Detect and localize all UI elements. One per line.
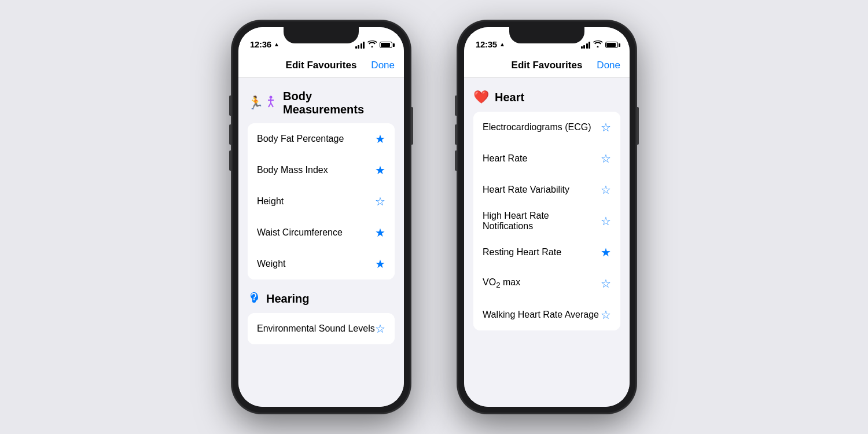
- status-icons-right: [581, 41, 619, 49]
- item-label: High Heart Rate Notifications: [483, 211, 601, 231]
- bar4: [363, 42, 365, 49]
- signal-right: [581, 42, 591, 49]
- bar2: [358, 45, 359, 49]
- list-item: Heart Rate ☆: [473, 143, 620, 174]
- item-label: Heart Rate Variability: [483, 185, 569, 195]
- body-measurements-list: Body Fat Percentage ★ Body Mass Index ★ …: [248, 123, 395, 279]
- list-item: Heart Rate Variability ☆: [473, 174, 620, 205]
- battery-fill-right: [606, 43, 616, 47]
- bar1: [581, 46, 583, 49]
- item-label: Environmental Sound Levels: [257, 323, 375, 334]
- bar3: [586, 43, 588, 49]
- section-hearing-header: Hearing: [238, 279, 404, 313]
- item-label: Body Mass Index: [257, 165, 328, 175]
- star-icon-env-sound[interactable]: ☆: [375, 322, 385, 336]
- item-label: Body Fat Percentage: [257, 134, 344, 144]
- nav-title-right: Edit Favourites: [512, 60, 583, 71]
- done-button-right[interactable]: Done: [597, 60, 620, 71]
- list-item: VO2 max ☆: [473, 268, 620, 299]
- bar4: [589, 42, 590, 49]
- body-measurements-icon: 🏃: [248, 95, 263, 111]
- wifi-icon-left: [367, 41, 377, 49]
- list-item: Body Mass Index ★: [248, 155, 395, 186]
- list-item: Walking Heart Rate Average ☆: [473, 299, 620, 330]
- heart-icon: ❤️: [473, 90, 489, 105]
- star-icon-ecg[interactable]: ☆: [601, 120, 611, 134]
- list-item: Waist Circumference ★: [248, 217, 395, 248]
- item-label: Resting Heart Rate: [483, 247, 561, 258]
- scroll-content-right: ❤️ Heart Electrocardiograms (ECG) ☆ Hear…: [464, 78, 630, 407]
- nav-title-left: Edit Favourites: [286, 60, 357, 71]
- time-left: 12:36: [250, 39, 271, 49]
- hearing-icon: [248, 291, 260, 306]
- svg-point-0: [270, 96, 273, 99]
- done-button-left[interactable]: Done: [371, 60, 395, 71]
- star-icon-hrv[interactable]: ☆: [601, 183, 611, 197]
- nav-bar-left: Edit Favourites Done: [238, 53, 404, 78]
- section-title-hearing: Hearing: [266, 292, 309, 306]
- star-icon-waist[interactable]: ★: [375, 226, 385, 240]
- item-label: Height: [257, 196, 284, 207]
- list-item: Weight ★: [248, 248, 395, 279]
- screen-right: 12:35 ▲: [464, 27, 630, 407]
- person-icon: [264, 95, 277, 111]
- bar2: [583, 45, 585, 49]
- section-body-measurements-header: 🏃 Body Measurements: [238, 78, 404, 123]
- section-heart-header: ❤️ Heart: [464, 78, 630, 112]
- scene: 12:36 ▲: [0, 0, 868, 434]
- item-label: VO2 max: [483, 277, 520, 289]
- time-right: 12:35: [476, 39, 497, 49]
- svg-line-3: [269, 103, 271, 107]
- heart-list: Electrocardiograms (ECG) ☆ Heart Rate ☆ …: [473, 112, 620, 330]
- item-label: Waist Circumference: [257, 227, 343, 238]
- star-icon-vo2[interactable]: ☆: [601, 277, 611, 290]
- item-label: Heart Rate: [483, 153, 527, 164]
- phone-left: 12:36 ▲: [231, 20, 411, 414]
- bar3: [361, 43, 362, 49]
- battery-icon-left: [380, 42, 392, 48]
- star-icon-hhr[interactable]: ☆: [601, 214, 611, 228]
- scroll-content-left: 🏃 Body Measurements: [238, 78, 404, 407]
- section-title-body: Body Measurements: [283, 90, 395, 116]
- star-icon-whr[interactable]: ☆: [601, 308, 611, 322]
- item-label: Electrocardiograms (ECG): [483, 122, 591, 133]
- location-icon-right: ▲: [499, 41, 505, 47]
- signal-left: [355, 42, 365, 49]
- list-item: Electrocardiograms (ECG) ☆: [473, 112, 620, 143]
- bar1: [355, 46, 357, 49]
- list-item: Resting Heart Rate ★: [473, 237, 620, 268]
- sub-2: 2: [496, 281, 500, 290]
- list-item: High Heart Rate Notifications ☆: [473, 205, 620, 237]
- item-label: Weight: [257, 259, 286, 269]
- list-item: Environmental Sound Levels ☆: [248, 313, 395, 344]
- star-icon-heart-rate[interactable]: ☆: [601, 152, 611, 165]
- status-icons-left: [355, 41, 393, 49]
- star-icon-bmi[interactable]: ★: [375, 163, 385, 177]
- phone-right: 12:35 ▲: [457, 20, 637, 414]
- battery-icon-right: [605, 42, 618, 48]
- item-label: Walking Heart Rate Average: [483, 310, 599, 320]
- notch-right: [509, 27, 584, 43]
- nav-bar-right: Edit Favourites Done: [464, 53, 630, 78]
- list-item: Body Fat Percentage ★: [248, 123, 395, 155]
- svg-line-4: [271, 103, 273, 107]
- star-icon-rhr[interactable]: ★: [601, 245, 611, 259]
- battery-fill-left: [381, 43, 390, 47]
- screen-left: 12:36 ▲: [238, 27, 404, 407]
- list-item: Height ☆: [248, 186, 395, 217]
- notch-left: [284, 27, 359, 43]
- hearing-list: Environmental Sound Levels ☆: [248, 313, 395, 344]
- section-title-heart: Heart: [495, 91, 524, 104]
- star-icon-body-fat[interactable]: ★: [375, 132, 385, 146]
- star-icon-height[interactable]: ☆: [375, 194, 385, 208]
- star-icon-weight[interactable]: ★: [375, 257, 385, 271]
- wifi-icon-right: [593, 41, 602, 49]
- location-icon-left: ▲: [274, 41, 279, 47]
